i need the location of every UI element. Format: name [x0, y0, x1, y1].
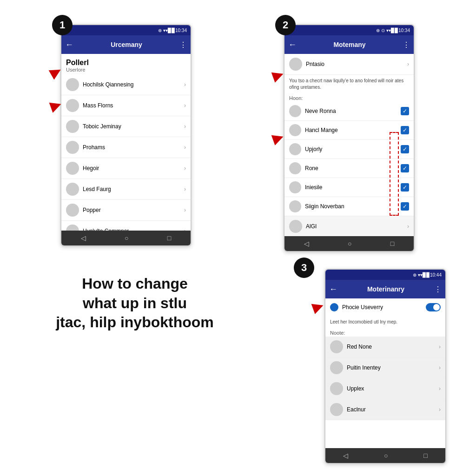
- phone1-status-bar: ⊕ ▾▾▉▉ 10:34: [61, 25, 191, 35]
- item-name: Hochilsk Qiannesing: [83, 81, 180, 88]
- item-name: AlGI: [306, 223, 403, 230]
- checkbox[interactable]: ✓: [401, 145, 409, 153]
- phone1-back-btn[interactable]: ←: [65, 40, 73, 50]
- checkbox[interactable]: ✓: [401, 126, 409, 134]
- chevron-icon: ›: [407, 61, 409, 67]
- avatar: [289, 220, 302, 233]
- phone3-title: Moterinanry: [341, 285, 430, 293]
- chevron-icon: ›: [184, 102, 186, 109]
- phone3-menu-btn[interactable]: ⋮: [434, 285, 442, 294]
- list-item[interactable]: Mass Florns ›: [61, 95, 191, 116]
- chevron-icon: ›: [184, 186, 186, 192]
- phone3-info-text: Leet her Incomobied utl lny mep.: [325, 316, 445, 328]
- item-name: Lesd Faurg: [83, 186, 180, 192]
- phone3-status-icons: ⊕ ▾▾▉▉: [413, 272, 430, 278]
- toggle-item-name: Phocie Useverry: [342, 304, 422, 311]
- phone3-toggle-item[interactable]: Phocie Useverry: [325, 298, 445, 316]
- back-nav-icon[interactable]: ◁: [343, 452, 348, 459]
- main-text-block: How to change what up in stlu jtac, hilp…: [9, 274, 260, 332]
- phone3-time: 10:44: [430, 272, 442, 278]
- red-arrow-3: ▶: [310, 298, 325, 316]
- avatar: [330, 382, 343, 395]
- checkbox[interactable]: ✓: [401, 202, 409, 211]
- item-name: Neve Ronna: [305, 108, 397, 114]
- home-nav-icon[interactable]: ○: [125, 234, 128, 242]
- item-name: Iniesile: [305, 184, 397, 191]
- item-name: Puitin Inentey: [347, 364, 435, 371]
- square-nav-icon[interactable]: □: [423, 452, 427, 459]
- phone2-menu-btn[interactable]: ⋮: [403, 40, 410, 49]
- list-item[interactable]: Prohams ›: [61, 137, 191, 158]
- avatar: [66, 162, 79, 175]
- phone2-title: Motemany: [300, 41, 399, 48]
- avatar: [330, 361, 343, 374]
- avatar: [289, 105, 301, 117]
- phone3-section-label: Noote:: [325, 328, 445, 337]
- item-name: Toboic Jeminay: [83, 123, 180, 130]
- step1-circle: 1: [52, 15, 73, 35]
- avatar: [330, 403, 343, 416]
- toggle-switch[interactable]: [426, 303, 441, 311]
- list-item[interactable]: Toboic Jeminay ›: [61, 116, 191, 137]
- item-name: Siigin Noverban: [305, 203, 397, 210]
- avatar: [330, 340, 343, 353]
- phone3-nav-bar: ◁ ○ □: [325, 448, 445, 463]
- main-text-line1: How to change: [9, 274, 260, 294]
- chevron-icon: ›: [439, 385, 441, 392]
- check-item[interactable]: Neve Ronna ✓: [284, 102, 414, 121]
- avatar: [66, 204, 79, 217]
- avatar: [66, 78, 79, 91]
- item-name: Popper: [83, 207, 180, 213]
- checkbox[interactable]: ✓: [401, 107, 409, 115]
- chevron-icon: ›: [184, 165, 186, 172]
- phone2-back-btn[interactable]: ←: [288, 40, 297, 50]
- item-name: Pntasio: [306, 61, 403, 67]
- phone3-status-bar: ⊕ ▾▾▉▉ 10:44: [325, 270, 445, 280]
- phone1-menu-btn[interactable]: ⋮: [179, 40, 187, 49]
- checkbox[interactable]: ✓: [401, 183, 409, 192]
- home-nav-icon[interactable]: ○: [348, 240, 351, 247]
- list-item[interactable]: Eaclnur ›: [325, 399, 445, 420]
- home-nav-icon[interactable]: ○: [384, 452, 388, 459]
- list-item[interactable]: Red None ›: [325, 337, 445, 357]
- avatar: [289, 143, 301, 155]
- chevron-icon: ›: [439, 364, 441, 371]
- list-item[interactable]: Lesd Faurg ›: [61, 179, 191, 200]
- list-item[interactable]: Puitin Inentey ›: [325, 357, 445, 378]
- list-item[interactable]: Upplex ›: [325, 378, 445, 399]
- phone3-toolbar: ← Moterinanry ⋮: [325, 280, 445, 298]
- square-nav-icon[interactable]: □: [390, 240, 394, 247]
- list-item[interactable]: Hegoir ›: [61, 158, 191, 179]
- phone2-nav-bar: ◁ ○ □: [284, 236, 414, 251]
- item-name: Hegoir: [83, 165, 180, 172]
- chevron-icon: ›: [184, 207, 186, 213]
- chevron-icon: ›: [184, 81, 186, 88]
- checkbox[interactable]: ✓: [401, 164, 409, 172]
- list-item[interactable]: Popper ›: [61, 200, 191, 221]
- chevron-icon: ›: [407, 223, 409, 230]
- phone2-status-bar: ⊕ ⊙ ▾▾▉▉ 10:34: [284, 25, 414, 35]
- square-nav-icon[interactable]: □: [167, 234, 171, 242]
- phone3: ⊕ ▾▾▉▉ 10:44 ← Moterinanry ⋮ Phocie Usev…: [324, 269, 446, 464]
- red-arrow-2b: ▶: [270, 129, 285, 147]
- avatar: [66, 120, 79, 133]
- back-nav-icon[interactable]: ◁: [81, 234, 86, 242]
- list-item[interactable]: Hochilsk Qiannesing ›: [61, 74, 191, 95]
- chevron-icon: ›: [184, 123, 186, 130]
- back-nav-icon[interactable]: ◁: [304, 240, 309, 247]
- avatar: [66, 99, 79, 112]
- avatar: [66, 245, 79, 246]
- avatar: [289, 200, 301, 212]
- item-name: Mass Florns: [83, 102, 180, 109]
- avatar: [289, 162, 301, 174]
- main-text-line2: what up in stlu: [9, 294, 260, 313]
- phone2-bottom-item[interactable]: AlGI ›: [284, 216, 414, 237]
- phone3-back-btn[interactable]: ←: [329, 284, 337, 294]
- phone1-nav-bar: ◁ ○ □: [61, 231, 191, 245]
- dashed-border: [390, 132, 399, 216]
- toggle-icon: [330, 303, 338, 311]
- chevron-icon: ›: [439, 344, 441, 350]
- phone2-top-item[interactable]: Pntasio ›: [284, 54, 414, 75]
- avatar: [66, 183, 79, 196]
- phone1-time: 10:34: [175, 28, 187, 33]
